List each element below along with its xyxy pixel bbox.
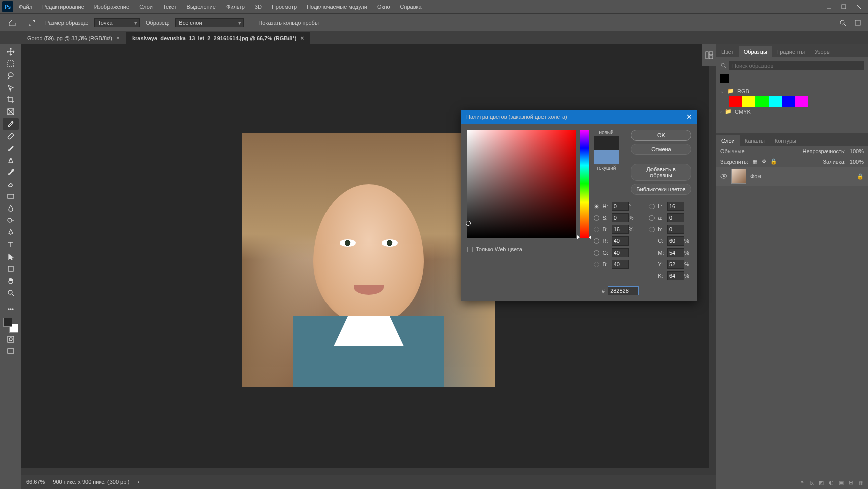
new-group-icon[interactable]: ▣ — [839, 479, 844, 486]
menu-help[interactable]: Справка — [396, 2, 426, 12]
blur-tool[interactable] — [3, 203, 19, 214]
close-icon[interactable]: ✕ — [686, 113, 692, 121]
visibility-icon[interactable] — [720, 173, 727, 180]
swatch-magenta[interactable] — [795, 96, 808, 107]
input-bv[interactable] — [612, 225, 629, 234]
input-s[interactable] — [612, 213, 629, 222]
menu-image[interactable]: Изображение — [90, 2, 134, 12]
input-k[interactable] — [667, 271, 684, 280]
eraser-tool[interactable] — [3, 179, 19, 190]
input-b[interactable] — [667, 225, 684, 234]
folder-rgb[interactable]: ⌄ 📁 RGB — [720, 86, 864, 96]
input-y[interactable] — [667, 260, 684, 269]
swatch-yellow[interactable] — [742, 96, 755, 107]
tab-layers[interactable]: Слои — [716, 135, 740, 146]
horizontal-scrollbar[interactable] — [21, 468, 709, 475]
menu-select[interactable]: Выделение — [182, 2, 221, 12]
search-icon[interactable] — [838, 18, 848, 28]
chevron-right-icon[interactable]: › — [137, 479, 139, 485]
swatch-black[interactable] — [720, 74, 729, 83]
document-tab-1[interactable]: Gorod (59).jpg @ 33,3% (RGB/8#) × — [21, 32, 126, 44]
close-icon[interactable]: × — [300, 35, 304, 42]
add-to-swatches-button[interactable]: Добавить в образцы — [631, 164, 691, 181]
eyedropper-tool[interactable] — [3, 118, 19, 130]
adjustment-layer-icon[interactable]: ◐ — [829, 479, 834, 486]
zoom-tool[interactable] — [3, 287, 19, 298]
layer-name[interactable]: Фон — [750, 173, 761, 179]
show-sampling-ring-checkbox[interactable]: Показать кольцо пробы — [250, 20, 319, 26]
foreground-color-swatch[interactable] — [3, 318, 12, 327]
input-l[interactable] — [667, 202, 684, 211]
radio-l[interactable] — [649, 204, 655, 209]
tab-channels[interactable]: Каналы — [740, 135, 770, 146]
ok-button[interactable]: OK — [631, 130, 691, 141]
menu-filter[interactable]: Фильтр — [222, 2, 249, 12]
delete-layer-icon[interactable]: 🗑 — [858, 480, 864, 486]
marquee-tool[interactable] — [3, 58, 19, 69]
swatches-search-input[interactable] — [729, 61, 864, 70]
brush-tool[interactable] — [3, 143, 19, 154]
pen-tool[interactable] — [3, 227, 19, 238]
close-icon[interactable]: × — [116, 35, 120, 42]
tab-swatches[interactable]: Образцы — [739, 46, 772, 57]
hue-slider[interactable] — [580, 130, 589, 238]
frame-icon[interactable] — [853, 18, 863, 28]
quick-mask-button[interactable] — [3, 334, 19, 345]
input-bc[interactable] — [612, 260, 629, 269]
eyedropper-preview-icon[interactable] — [25, 18, 39, 28]
lock-all-icon[interactable]: 🔒 — [770, 158, 777, 165]
close-button[interactable] — [852, 2, 866, 12]
hue-cursor-left[interactable] — [577, 235, 580, 239]
document-canvas[interactable] — [242, 133, 495, 387]
lock-position-icon[interactable]: ✥ — [762, 158, 766, 165]
swatch-blue[interactable] — [782, 96, 795, 107]
link-layers-icon[interactable]: ⚭ — [800, 479, 804, 486]
quick-select-tool[interactable] — [3, 82, 19, 93]
swatch-cyan[interactable] — [769, 96, 782, 107]
radio-r[interactable] — [594, 238, 599, 244]
swatch-green[interactable] — [755, 96, 769, 107]
home-button[interactable] — [5, 17, 19, 29]
input-m[interactable] — [667, 248, 684, 257]
radio-bc[interactable] — [594, 262, 599, 267]
new-layer-icon[interactable]: ⊞ — [849, 479, 853, 486]
swatch-red[interactable] — [729, 96, 742, 107]
menu-3d[interactable]: 3D — [250, 2, 266, 12]
menu-file[interactable]: Файл — [14, 2, 37, 12]
blend-mode-combo[interactable]: Обычные — [720, 148, 745, 154]
dodge-tool[interactable] — [3, 215, 19, 226]
menu-window[interactable]: Окно — [373, 2, 395, 12]
document-tab-2[interactable]: krasivaya_devushka_13_let_2_29161614.jpg… — [126, 32, 311, 44]
layer-fx-icon[interactable]: fx — [809, 480, 814, 486]
lock-pixels-icon[interactable]: ▦ — [752, 158, 757, 165]
opacity-value[interactable]: 100% — [850, 148, 864, 154]
web-only-checkbox[interactable]: Только Web-цвета — [467, 246, 589, 252]
crop-tool[interactable] — [3, 94, 19, 105]
type-tool[interactable] — [3, 239, 19, 250]
radio-h[interactable] — [594, 204, 599, 209]
layer-row-background[interactable]: Фон 🔒 — [716, 167, 868, 186]
tab-patterns[interactable]: Узоры — [810, 46, 835, 57]
input-r[interactable] — [612, 236, 629, 246]
panel-dock-icon[interactable] — [702, 44, 716, 66]
screen-mode-button[interactable] — [3, 346, 19, 357]
hand-tool[interactable] — [3, 275, 19, 286]
clone-stamp-tool[interactable] — [3, 155, 19, 166]
tab-color[interactable]: Цвет — [716, 46, 739, 57]
radio-s[interactable] — [594, 215, 599, 221]
layer-thumbnail[interactable] — [731, 169, 746, 184]
minimize-button[interactable] — [822, 2, 836, 12]
frame-tool[interactable] — [3, 106, 19, 117]
fill-value[interactable]: 100% — [850, 159, 864, 165]
input-a[interactable] — [667, 213, 684, 222]
radio-b[interactable] — [649, 227, 655, 232]
radio-a[interactable] — [649, 215, 655, 221]
menu-text[interactable]: Текст — [158, 2, 181, 12]
color-libraries-button[interactable]: Библиотеки цветов — [631, 184, 691, 195]
vertical-scrollbar[interactable] — [709, 44, 716, 475]
maximize-button[interactable] — [837, 2, 851, 12]
color-picker-titlebar[interactable]: Палитра цветов (заказной цвет холста) ✕ — [461, 110, 697, 124]
edit-toolbar-button[interactable] — [3, 304, 19, 315]
input-c[interactable] — [667, 236, 684, 246]
current-color-swatch[interactable] — [594, 150, 619, 164]
